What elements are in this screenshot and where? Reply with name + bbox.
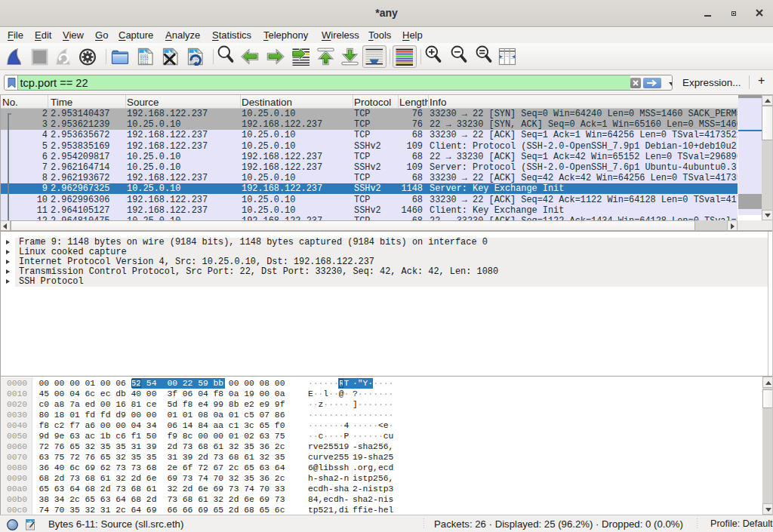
svg-text:0111: 0111 bbox=[140, 61, 149, 65]
